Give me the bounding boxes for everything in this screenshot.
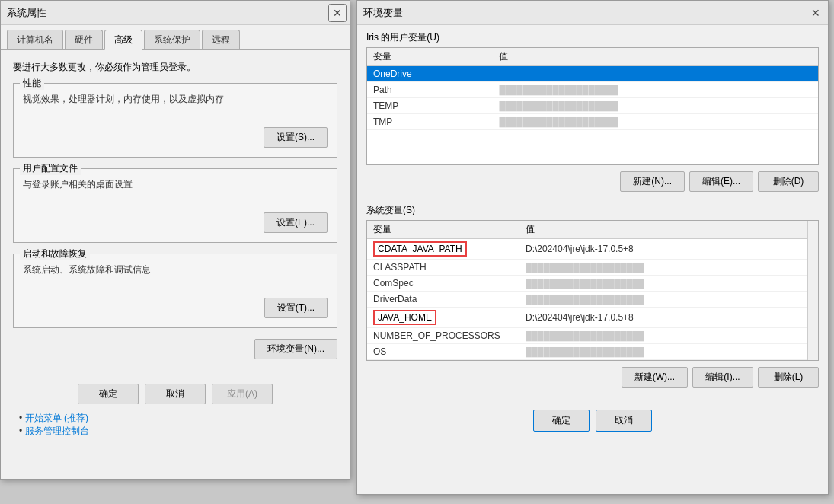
sys-var-value: D:\202404\jre\jdk-17.0.5+8 <box>519 308 818 328</box>
user-var-value: ████████████████████ <box>493 82 818 98</box>
env-bottom-buttons: 确定 取消 <box>357 400 828 441</box>
user-col-val: 值 <box>493 48 818 66</box>
sys-vars-section-title: 系统变量(S) <box>357 198 828 220</box>
sys-var-value: D:\202404\jre\jdk-17.0.5+8 <box>519 239 818 260</box>
env-vars-window: 环境变量 ✕ Iris 的用户变量(U) 变量 值 OneDrivePath██… <box>356 0 829 495</box>
user-var-value: ████████████████████ <box>493 114 818 130</box>
sys-table-row[interactable]: CLASSPATH████████████████████ <box>367 260 818 276</box>
sys-new-button[interactable]: 新建(W)... <box>622 367 688 388</box>
scrollbar[interactable] <box>807 221 818 360</box>
user-profile-section: 用户配置文件 与登录账户相关的桌面设置 设置(E)... <box>13 168 337 243</box>
user-profile-desc: 与登录账户相关的桌面设置 <box>23 178 328 191</box>
sys-table-row[interactable]: JAVA_HOMED:\202404\jre\jdk-17.0.5+8 <box>367 308 818 328</box>
system-props-bottom-buttons: 确定 取消 应用(A) <box>1 384 350 404</box>
user-profile-label: 用户配置文件 <box>20 162 81 175</box>
user-vars-section-title: Iris 的用户变量(U) <box>357 25 828 47</box>
env-vars-titlebar: 环境变量 ✕ <box>357 1 828 25</box>
sys-col-var: 变量 <box>367 221 519 239</box>
env-vars-close-button[interactable]: ✕ <box>807 4 825 22</box>
user-var-value <box>493 66 818 82</box>
sys-var-name: DriverData <box>367 292 519 308</box>
sys-edit-button[interactable]: 编辑(I)... <box>692 367 753 388</box>
sys-var-name: OS <box>367 344 519 360</box>
tab-hardware[interactable]: 硬件 <box>65 30 103 49</box>
user-var-value: ████████████████████ <box>493 98 818 114</box>
apply-button[interactable]: 应用(A) <box>212 384 273 404</box>
user-vars-buttons: 新建(N)... 编辑(E)... 删除(D) <box>357 165 828 198</box>
sys-vars-table: 变量 值 CDATA_JAVA_PATHD:\202404\jre\jdk-17… <box>367 221 818 360</box>
sys-table-row[interactable]: CDATA_JAVA_PATHD:\202404\jre\jdk-17.0.5+… <box>367 239 818 260</box>
cancel-button[interactable]: 取消 <box>145 384 206 404</box>
user-delete-button[interactable]: 删除(D) <box>758 171 819 192</box>
sys-var-name: ComSpec <box>367 276 519 292</box>
sys-delete-button[interactable]: 删除(L) <box>758 367 819 388</box>
startup-label: 启动和故障恢复 <box>20 247 90 260</box>
start-menu-link[interactable]: 开始菜单 (推荐) <box>25 413 88 423</box>
tab-system-protection[interactable]: 系统保护 <box>144 30 200 49</box>
startup-settings-button[interactable]: 设置(T)... <box>264 298 328 318</box>
sys-var-name: CDATA_JAVA_PATH <box>367 239 519 260</box>
admin-notice: 要进行大多数更改，你必须作为管理员登录。 <box>13 61 337 74</box>
system-props-titlebar: 系统属性 ✕ <box>1 1 350 25</box>
system-props-title: 系统属性 <box>7 6 46 20</box>
performance-settings-button[interactable]: 设置(S)... <box>264 127 328 148</box>
sys-vars-buttons: 新建(W)... 编辑(I)... 删除(L) <box>357 361 828 394</box>
tab-computername[interactable]: 计算机名 <box>7 30 63 49</box>
user-edit-button[interactable]: 编辑(E)... <box>689 171 753 192</box>
confirm-button[interactable]: 确定 <box>78 384 139 404</box>
system-props-window: 系统属性 ✕ 计算机名 硬件 高级 系统保护 远程 要进行大多数更改，你必须作为… <box>0 0 350 480</box>
sys-var-name: JAVA_HOME <box>367 308 519 328</box>
user-table-row[interactable]: OneDrive <box>367 66 818 82</box>
user-table-row[interactable]: Path████████████████████ <box>367 82 818 98</box>
system-props-close-button[interactable]: ✕ <box>328 4 347 22</box>
sys-col-val: 值 <box>519 221 818 239</box>
startup-section: 启动和故障恢复 系统启动、系统故障和调试信息 设置(T)... <box>13 254 337 328</box>
sys-var-value: ████████████████████ <box>519 328 818 344</box>
performance-desc: 视觉效果，处理器计划，内存使用，以及虚拟内存 <box>23 93 328 106</box>
sys-var-value: ████████████████████ <box>519 260 818 276</box>
user-var-name: TMP <box>367 114 493 130</box>
user-col-var: 变量 <box>367 48 493 66</box>
link-area: • 开始菜单 (推荐) • 服务管理控制台 <box>1 404 350 445</box>
sys-var-value: ████████████████████ <box>519 276 818 292</box>
env-cancel-button[interactable]: 取消 <box>596 410 652 432</box>
performance-label: 性能 <box>20 77 44 90</box>
sys-var-name: NUMBER_OF_PROCESSORS <box>367 328 519 344</box>
user-table-row[interactable]: TMP████████████████████ <box>367 114 818 130</box>
user-vars-table: 变量 值 OneDrivePath████████████████████TEM… <box>367 48 818 130</box>
user-profile-settings-button[interactable]: 设置(E)... <box>264 212 328 233</box>
system-props-content: 要进行大多数更改，你必须作为管理员登录。 性能 视觉效果，处理器计划，内存使用，… <box>1 50 350 370</box>
sys-table-row[interactable]: DriverData████████████████████ <box>367 292 818 308</box>
sys-var-value: ████████████████████ <box>519 344 818 360</box>
sys-table-row[interactable]: ComSpec████████████████████ <box>367 276 818 292</box>
sys-var-value: ████████████████████ <box>519 292 818 308</box>
env-confirm-button[interactable]: 确定 <box>533 410 590 432</box>
startup-desc: 系统启动、系统故障和调试信息 <box>23 263 328 276</box>
user-new-button[interactable]: 新建(N)... <box>620 171 685 192</box>
user-table-row[interactable]: TEMP████████████████████ <box>367 98 818 114</box>
tab-advanced[interactable]: 高级 <box>104 30 142 50</box>
performance-section: 性能 视觉效果，处理器计划，内存使用，以及虚拟内存 设置(S)... <box>13 83 337 158</box>
user-var-name: Path <box>367 82 493 98</box>
env-vars-title: 环境变量 <box>363 6 403 20</box>
env-vars-button[interactable]: 环境变量(N)... <box>254 339 337 359</box>
sys-vars-table-container[interactable]: 变量 值 CDATA_JAVA_PATHD:\202404\jre\jdk-17… <box>366 220 819 361</box>
user-var-name: TEMP <box>367 98 493 114</box>
service-mgmt-link[interactable]: 服务管理控制台 <box>25 426 89 436</box>
user-var-name: OneDrive <box>367 66 493 82</box>
sys-table-row[interactable]: OS████████████████████ <box>367 344 818 360</box>
user-vars-table-container[interactable]: 变量 值 OneDrivePath████████████████████TEM… <box>366 47 819 165</box>
sys-var-name: CLASSPATH <box>367 260 519 276</box>
tab-remote[interactable]: 远程 <box>202 30 240 49</box>
system-props-tabbar: 计算机名 硬件 高级 系统保护 远程 <box>1 25 350 50</box>
sys-table-row[interactable]: NUMBER_OF_PROCESSORS████████████████████ <box>367 328 818 344</box>
